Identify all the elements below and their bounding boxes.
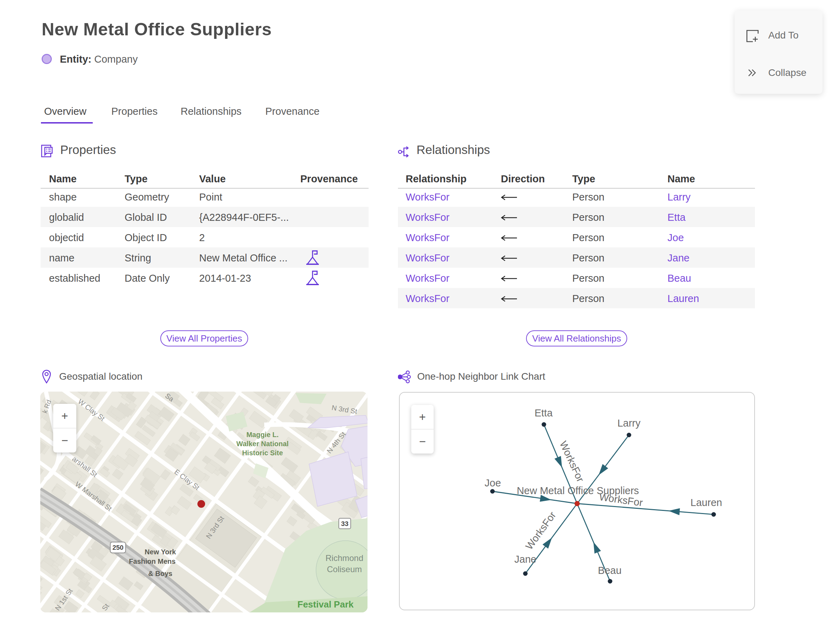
svg-text:Maggie L.: Maggie L. <box>247 431 278 439</box>
svg-text:Etta: Etta <box>535 407 553 418</box>
svg-text:Festival Park: Festival Park <box>298 599 354 610</box>
svg-text:Joe: Joe <box>485 477 501 488</box>
svg-text:Beau: Beau <box>598 565 622 576</box>
svg-text:250: 250 <box>112 544 124 551</box>
svg-text:Coliseum: Coliseum <box>327 564 362 574</box>
svg-text:& Boys: & Boys <box>148 570 173 577</box>
svg-text:Walker National: Walker National <box>236 440 288 448</box>
svg-text:WorksFor: WorksFor <box>523 510 558 552</box>
svg-text:33: 33 <box>341 520 348 528</box>
svg-text:Jane: Jane <box>514 554 536 565</box>
svg-text:Richmond: Richmond <box>326 553 363 563</box>
svg-text:Larry: Larry <box>617 418 641 429</box>
svg-text:New York: New York <box>145 548 176 556</box>
svg-text:WorksFor: WorksFor <box>558 439 586 484</box>
svg-text:Historic Site: Historic Site <box>242 449 283 457</box>
svg-text:Fashion Mens: Fashion Mens <box>129 558 175 565</box>
svg-text:Lauren: Lauren <box>690 497 722 508</box>
